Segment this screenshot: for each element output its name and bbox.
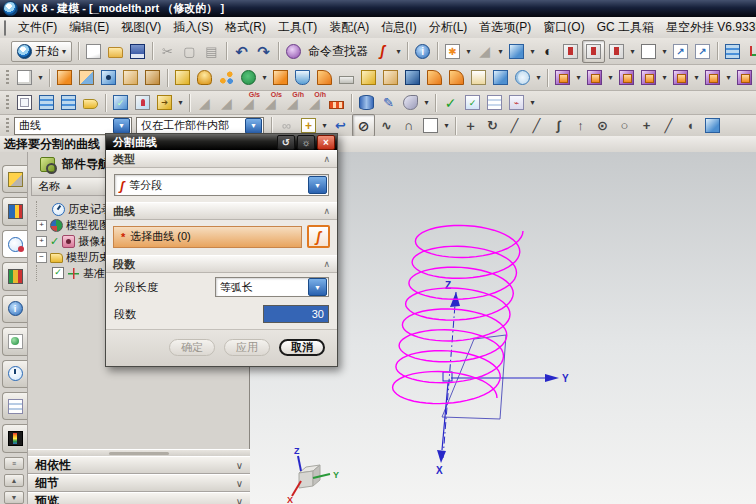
window-arrow-icon[interactable] <box>670 41 691 62</box>
clip-section-icon[interactable] <box>582 40 605 63</box>
unite-icon[interactable] <box>270 67 291 88</box>
tab-scroll-up[interactable]: ▲ <box>4 474 24 487</box>
section-view-icon[interactable] <box>560 41 581 62</box>
snapshot-icon[interactable]: ◢ <box>474 41 495 62</box>
curve-select-button[interactable]: ʃ <box>307 225 330 248</box>
render-style-icon[interactable]: ◐ <box>538 41 559 62</box>
expand-chevron-icon[interactable]: ∨ <box>236 460 243 471</box>
dropdown-caret[interactable]: ▾ <box>442 115 451 136</box>
revolve-icon[interactable] <box>76 67 97 88</box>
menu-item-10[interactable]: 首选项(P) <box>473 17 537 38</box>
combo-drop-icon[interactable]: ▼ <box>113 118 130 134</box>
curve-rule2-icon[interactable]: ∩ <box>398 115 419 136</box>
expand-plus-icon[interactable]: + <box>36 220 47 231</box>
curve-section-header[interactable]: 曲线 ∧ <box>106 202 337 220</box>
combo-drop-icon[interactable]: ▼ <box>245 118 262 134</box>
paste-icon[interactable]: ▤ <box>201 41 222 62</box>
redo-icon[interactable]: ↷ <box>253 41 274 62</box>
new-file-icon[interactable] <box>83 41 104 62</box>
export-model-icon[interactable] <box>154 92 175 113</box>
collapse-chevron-icon[interactable]: ∧ <box>323 154 330 164</box>
dropdown-caret[interactable]: ▾ <box>496 41 505 62</box>
snap-oh-icon[interactable]: ◢O/h <box>304 92 325 113</box>
preview-panel[interactable]: 预览∨ <box>28 492 250 504</box>
menu-item-11[interactable]: 窗口(O) <box>537 17 590 38</box>
no-selection-filter-icon[interactable]: ⊘ <box>352 114 375 137</box>
save-icon[interactable] <box>127 41 148 62</box>
copy-icon[interactable]: ▢ <box>179 41 200 62</box>
system-materials-tab[interactable] <box>2 392 27 420</box>
dialog-reset-icon[interactable]: ↺ <box>277 135 295 150</box>
cut-icon[interactable]: ✂ <box>157 41 178 62</box>
reuse-library-tab[interactable] <box>2 262 27 290</box>
menu-item-12[interactable]: GC 工具箱 <box>591 17 660 38</box>
dropdown-caret[interactable]: ▾ <box>528 41 537 62</box>
tab-scroll-down[interactable]: ▼ <box>4 491 24 504</box>
feature-move-icon[interactable] <box>638 67 659 88</box>
hand-sketch-icon[interactable] <box>400 92 421 113</box>
dropdown-caret[interactable]: ▾ <box>528 92 537 113</box>
menu-item-4[interactable]: 插入(S) <box>167 17 219 38</box>
extrude-icon[interactable] <box>54 67 75 88</box>
snap-circle-icon[interactable]: ○ <box>614 115 635 136</box>
dropdown-caret[interactable]: ▾ <box>692 67 701 88</box>
open-file-icon[interactable] <box>105 41 126 62</box>
blank-view-icon[interactable] <box>638 41 659 62</box>
snap-line-icon[interactable]: ╱ <box>504 115 525 136</box>
assembly-navigator-tab[interactable] <box>2 165 27 193</box>
details-panel[interactable]: 细节∨ <box>28 474 250 492</box>
pocket-icon[interactable] <box>142 67 163 88</box>
hd3d-tool-tab[interactable] <box>2 295 27 323</box>
feature-gear-icon[interactable] <box>552 67 573 88</box>
type-filter-combo[interactable]: 曲线▼ <box>14 117 132 135</box>
scope-combo[interactable]: 仅在工作部件内部▼ <box>136 117 264 135</box>
snap-point-icon[interactable]: + <box>636 115 657 136</box>
dropdown-caret[interactable]: ▾ <box>724 67 733 88</box>
cancel-button[interactable]: 取消 <box>279 339 325 356</box>
shell-icon[interactable] <box>292 67 313 88</box>
dropdown-caret[interactable]: ▾ <box>660 67 669 88</box>
dialog-options-icon[interactable]: ☼ <box>297 135 315 150</box>
bend3-icon[interactable] <box>446 67 467 88</box>
wire-sphere-icon[interactable] <box>512 67 533 88</box>
window-arrow-icon[interactable] <box>692 41 713 62</box>
pattern-icon[interactable] <box>238 67 259 88</box>
dropdown-caret[interactable]: ▾ <box>606 67 615 88</box>
menu-item-2[interactable]: 编辑(E) <box>63 17 115 38</box>
block-icon[interactable] <box>402 67 423 88</box>
feature-dim-icon[interactable] <box>702 67 723 88</box>
start-button[interactable]: 开始▾ <box>11 41 72 62</box>
dropdown-caret[interactable]: ▾ <box>574 67 583 88</box>
layer-stack-icon[interactable] <box>36 92 57 113</box>
pad-icon[interactable] <box>172 67 193 88</box>
apply-button[interactable]: 应用 <box>224 339 270 356</box>
dropdown-caret[interactable]: ▾ <box>534 67 543 88</box>
menu-item-9[interactable]: 分析(L) <box>423 17 474 38</box>
check-model-icon[interactable] <box>110 92 131 113</box>
snap-move-icon[interactable]: ＋ <box>460 115 481 136</box>
sort-ascending-icon[interactable]: ▲ <box>65 182 73 191</box>
internet-explorer-tab[interactable] <box>2 327 27 355</box>
history-tab[interactable] <box>2 360 27 388</box>
expand-chevron-icon[interactable]: ∨ <box>236 478 243 489</box>
layer-settings-icon[interactable] <box>722 41 743 62</box>
dialog-close-icon[interactable]: × <box>317 135 335 150</box>
point-set-icon[interactable] <box>216 67 237 88</box>
ok-button[interactable]: 确定 <box>169 339 215 356</box>
database-icon[interactable] <box>356 92 377 113</box>
menu-item-13[interactable]: 星空外挂 V6.933F <box>660 17 756 38</box>
segment-count-input[interactable]: 30 <box>263 305 329 323</box>
ruler-icon[interactable] <box>326 92 347 113</box>
dropdown-caret[interactable]: ▾ <box>464 41 473 62</box>
menu-item-3[interactable]: 视图(V) <box>115 17 167 38</box>
curve-rule-icon[interactable]: ∿ <box>376 115 397 136</box>
snap-endpoint-icon[interactable]: ╱ <box>526 115 547 136</box>
snap-curve-icon[interactable]: ∫ <box>548 115 569 136</box>
dependencies-panel[interactable]: 相依性∨ <box>28 456 250 474</box>
feature-split-icon[interactable] <box>670 67 691 88</box>
sheet-icon[interactable] <box>336 67 357 88</box>
dropdown-caret[interactable]: ▾ <box>260 67 269 88</box>
tab-scroll-grip[interactable]: ≡ <box>4 457 24 470</box>
snap-os-icon[interactable]: ◢O/s <box>260 92 281 113</box>
info-window-icon[interactable] <box>412 41 433 62</box>
